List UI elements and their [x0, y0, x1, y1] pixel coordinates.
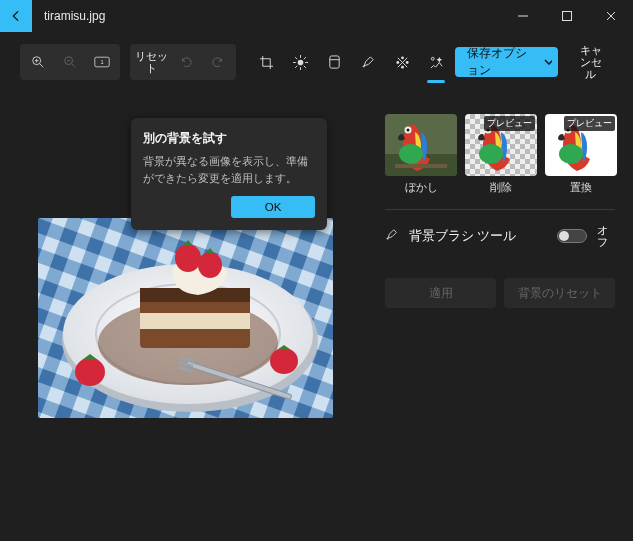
crop-tool[interactable] — [251, 47, 281, 77]
filter-tool[interactable] — [319, 47, 349, 77]
svg-point-55 — [559, 144, 583, 164]
adjust-tool[interactable] — [285, 47, 315, 77]
svg-rect-20 — [329, 55, 338, 67]
save-options-label: 保存オプション — [467, 45, 538, 79]
back-button[interactable] — [0, 0, 32, 32]
reset-background-button[interactable]: 背景のリセット — [504, 278, 615, 308]
edit-tools — [251, 47, 451, 77]
background-tool[interactable] — [421, 47, 451, 77]
brush-tool-row: 背景ブラシ ツール オフ — [385, 224, 615, 248]
svg-point-24 — [405, 61, 408, 64]
zoom-group: 1 — [20, 44, 120, 80]
reset-button[interactable]: リセット — [132, 46, 170, 78]
toolbar: 1 リセット 保存オプション キャンセル — [0, 32, 633, 92]
svg-line-3 — [40, 64, 44, 68]
bg-option-replace-label: 置換 — [570, 180, 592, 195]
maximize-button[interactable] — [545, 0, 589, 32]
preview-badge: プレビュー — [484, 116, 535, 131]
svg-point-25 — [431, 57, 434, 60]
bg-option-remove[interactable]: プレビュー — [465, 114, 537, 176]
svg-line-7 — [72, 64, 76, 68]
cancel-button[interactable]: キャンセル — [568, 47, 613, 77]
svg-line-17 — [303, 65, 305, 67]
window-controls — [501, 0, 633, 32]
separator — [385, 209, 615, 210]
bg-option-blur-label: ぼかし — [405, 180, 438, 195]
bg-option-blur[interactable] — [385, 114, 457, 176]
svg-point-23 — [396, 61, 399, 64]
svg-rect-51 — [395, 164, 447, 168]
info-popup: 別の背景を試す 背景が異なる画像を表示し、準備ができたら変更を適用します。 OK — [131, 118, 327, 230]
minimize-button[interactable] — [501, 0, 545, 32]
svg-point-38 — [175, 244, 201, 272]
svg-rect-1 — [563, 12, 572, 21]
svg-line-16 — [295, 57, 297, 59]
svg-line-18 — [295, 65, 297, 67]
fit-button[interactable]: 1 — [86, 46, 118, 78]
zoom-in-button[interactable] — [22, 46, 54, 78]
brush-toggle[interactable] — [557, 229, 587, 243]
svg-rect-36 — [140, 313, 250, 329]
bg-option-remove-label: 削除 — [490, 180, 512, 195]
popup-ok-button[interactable]: OK — [231, 196, 315, 218]
svg-point-21 — [401, 56, 404, 59]
erase-tool[interactable] — [387, 47, 417, 77]
brush-tool-label: 背景ブラシ ツール — [409, 228, 547, 245]
svg-point-39 — [198, 252, 222, 278]
history-group: リセット — [130, 44, 236, 80]
chevron-down-icon — [544, 57, 552, 67]
svg-point-48 — [399, 144, 423, 164]
save-options-button[interactable]: 保存オプション — [455, 47, 558, 77]
svg-point-52 — [479, 144, 503, 164]
image-preview — [38, 218, 333, 418]
zoom-out-button[interactable] — [54, 46, 86, 78]
preview-badge: プレビュー — [564, 116, 615, 131]
svg-point-11 — [297, 59, 303, 65]
file-title: tiramisu.jpg — [44, 9, 105, 23]
titlebar: tiramisu.jpg — [0, 0, 633, 32]
brush-toggle-state: オフ — [597, 224, 615, 248]
popup-body: 背景が異なる画像を表示し、準備ができたら変更を適用します。 — [143, 153, 315, 186]
background-options: ぼかし プレビュー — [385, 114, 615, 195]
panel-actions: 適用 背景のリセット — [385, 278, 615, 308]
apply-button[interactable]: 適用 — [385, 278, 496, 308]
svg-text:1: 1 — [100, 59, 103, 65]
markup-tool[interactable] — [353, 47, 383, 77]
background-panel: ぼかし プレビュー — [371, 100, 629, 537]
svg-point-41 — [270, 348, 298, 374]
redo-button[interactable] — [202, 46, 234, 78]
bg-option-replace[interactable]: プレビュー — [545, 114, 617, 176]
svg-point-22 — [401, 65, 404, 68]
popup-title: 別の背景を試す — [143, 130, 315, 147]
brush-icon — [385, 228, 399, 245]
svg-line-19 — [303, 57, 305, 59]
undo-button[interactable] — [170, 46, 202, 78]
close-button[interactable] — [589, 0, 633, 32]
svg-point-50 — [407, 129, 410, 132]
svg-point-40 — [75, 358, 105, 386]
